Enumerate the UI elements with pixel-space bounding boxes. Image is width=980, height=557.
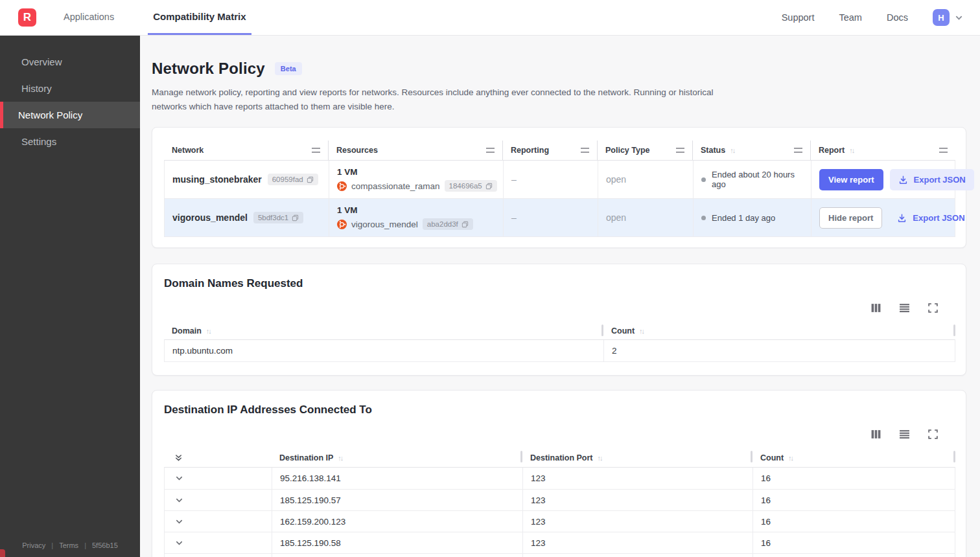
count-cell: 16	[753, 468, 955, 489]
destination-port-cell: 123	[523, 554, 753, 557]
sidebar-item-settings[interactable]: Settings	[0, 128, 140, 155]
drag-handle-icon[interactable]	[794, 148, 802, 153]
chevron-down-icon[interactable]	[175, 474, 183, 483]
fullscreen-icon[interactable]	[928, 302, 939, 313]
sort-icon[interactable]: ↑↓	[639, 327, 644, 335]
column-header-destination-ip: Destination IP ↑↓	[272, 448, 522, 467]
resource-hash-badge: aba2dd3f	[423, 218, 473, 230]
table-row[interactable]: musing_stonebraker 60959fad 1 VM compass…	[165, 161, 955, 198]
table-row: 185.125.190.57 123 16	[165, 489, 955, 510]
table-row: ntp.ubuntu.com 2	[165, 340, 955, 361]
chevron-down-icon[interactable]	[175, 539, 183, 547]
networks-table-header: Network Resources Reporting Policy Type …	[164, 141, 955, 160]
table-row: 162.159.200.123 123 16	[165, 510, 955, 532]
destination-ip-cell: 185.125.190.58	[272, 532, 523, 553]
user-menu[interactable]: H	[933, 9, 963, 26]
sort-icon[interactable]: ↑↓	[338, 454, 342, 462]
support-link[interactable]: Support	[782, 12, 815, 23]
column-resize-handle[interactable]	[953, 451, 955, 462]
drag-handle-icon[interactable]	[939, 148, 948, 153]
table-toolbar	[164, 429, 955, 440]
sort-icon[interactable]: ↑↓	[730, 146, 734, 154]
status-dot	[701, 216, 706, 220]
export-json-button[interactable]: Export JSON	[890, 169, 974, 190]
destination-port-cell: 123	[523, 532, 753, 553]
copy-icon[interactable]	[292, 214, 299, 222]
sidebar: Overview History Network Policy Settings…	[0, 36, 140, 557]
docs-link[interactable]: Docs	[887, 12, 908, 23]
resource-name: vigorous_mendel	[351, 220, 418, 229]
column-header-reporting: Reporting	[503, 141, 598, 160]
bottom-left-red-notch	[0, 549, 5, 557]
status-cell: Ended 1 day ago	[694, 199, 811, 236]
sort-icon[interactable]: ↑↓	[788, 454, 793, 462]
rows-icon[interactable]	[899, 302, 910, 313]
copy-icon[interactable]	[485, 183, 493, 190]
network-cell: vigorous_mendel 5bdf3dc1	[165, 199, 329, 236]
drag-handle-icon[interactable]	[676, 148, 684, 153]
build-version: 5f56b15	[92, 541, 118, 549]
count-cell: 16	[753, 511, 955, 532]
sidebar-item-network-policy[interactable]: Network Policy	[0, 102, 140, 128]
hide-report-button[interactable]: Hide report	[819, 207, 882, 229]
column-header-destination-port: Destination Port ↑↓	[522, 448, 752, 467]
page-description: Manage network policy, reporting and vie…	[152, 85, 725, 113]
destination-ip-cell: 95.216.100.21	[272, 554, 523, 557]
sidebar-footer: Privacy | Terms | 5f56b15	[0, 532, 140, 557]
sort-icon[interactable]: ↑↓	[206, 327, 211, 335]
sort-icon[interactable]: ↑↓	[598, 454, 602, 462]
view-report-button[interactable]: View report	[819, 169, 883, 190]
columns-icon[interactable]	[870, 429, 881, 440]
sidebar-item-overview[interactable]: Overview	[0, 49, 140, 75]
copy-icon[interactable]	[307, 176, 314, 183]
domains-table-header: Domain ↑↓ Count ↑↓	[164, 322, 955, 339]
report-cell: Hide report Export JSON	[811, 199, 980, 236]
column-header-network: Network	[164, 141, 329, 160]
sidebar-item-history[interactable]: History	[0, 75, 140, 102]
table-row: 95.216.100.21 123 16	[165, 553, 955, 557]
table-row: 185.125.190.58 123 16	[165, 532, 955, 553]
copy-icon[interactable]	[461, 221, 469, 228]
network-name: musing_stonebraker	[172, 174, 262, 185]
privacy-link[interactable]: Privacy	[22, 541, 45, 549]
status-text: Ended 1 day ago	[712, 213, 775, 223]
expander-cell	[165, 554, 272, 557]
card-title: Destination IP Addresses Connected To	[164, 404, 955, 416]
card-title: Domain Names Requested	[164, 277, 955, 290]
sort-icon[interactable]: ↑↓	[849, 146, 854, 154]
drag-handle-icon[interactable]	[312, 148, 320, 153]
ubuntu-icon	[337, 181, 347, 191]
expander-cell	[165, 490, 272, 510]
tab-applications[interactable]: Applications	[58, 0, 119, 35]
reporting-cell: –	[504, 161, 598, 198]
chevron-down-icon[interactable]	[175, 517, 183, 526]
destination-port-cell: 123	[523, 490, 753, 510]
expand-all-icon[interactable]	[174, 453, 183, 462]
avatar[interactable]: H	[933, 9, 950, 26]
expander-cell	[165, 532, 272, 553]
count-cell: 16	[753, 490, 955, 510]
rows-icon[interactable]	[899, 429, 910, 440]
table-row[interactable]: vigorous_mendel 5bdf3dc1 1 VM vigorous_m…	[165, 198, 955, 236]
resources-count: 1 VM	[337, 205, 358, 215]
domains-table: Domain ↑↓ Count ↑↓ ntp.ubuntu.com 2	[164, 322, 955, 362]
drag-handle-icon[interactable]	[486, 148, 495, 153]
beta-badge: Beta	[275, 62, 302, 75]
drag-handle-icon[interactable]	[581, 148, 589, 153]
domain-names-card: Domain Names Requested Domain ↑↓ Count ↑…	[152, 264, 966, 376]
terms-link[interactable]: Terms	[59, 541, 78, 549]
tab-compatibility-matrix[interactable]: Compatibility Matrix	[148, 0, 251, 35]
columns-icon[interactable]	[870, 302, 881, 313]
team-link[interactable]: Team	[839, 12, 861, 23]
count-cell: 16	[753, 532, 955, 553]
app-logo[interactable]: R	[18, 8, 36, 27]
destination-ip-cell: 95.216.138.141	[272, 468, 523, 489]
fullscreen-icon[interactable]	[928, 429, 939, 440]
top-nav-tabs: Applications Compatibility Matrix	[58, 0, 251, 35]
column-resize-handle[interactable]	[953, 324, 955, 336]
domain-cell: ntp.ubuntu.com	[165, 340, 604, 361]
destination-ips-card: Destination IP Addresses Connected To De…	[152, 390, 966, 557]
chevron-down-icon[interactable]	[175, 496, 183, 505]
export-json-button[interactable]: Export JSON	[889, 207, 973, 229]
column-header-expander	[164, 448, 272, 467]
